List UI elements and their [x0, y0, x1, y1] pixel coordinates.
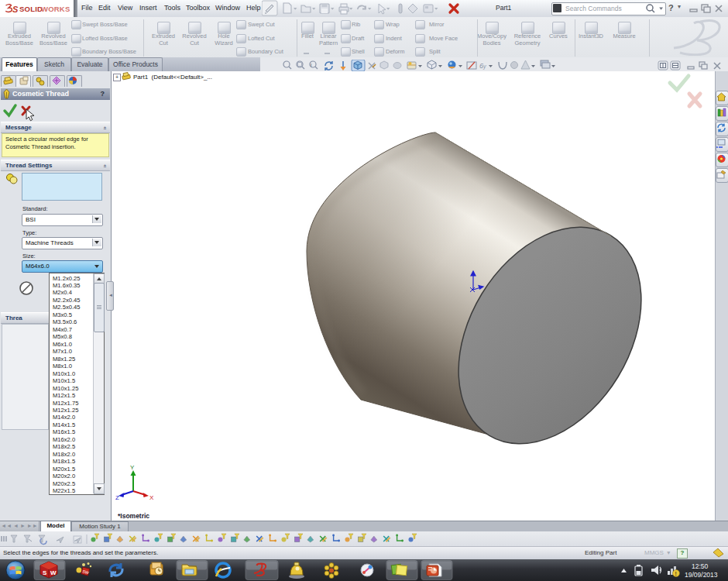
svg-text:*Isometric: *Isometric	[118, 512, 149, 520]
svg-text:W: W	[50, 569, 57, 576]
svg-text:!: !	[675, 571, 677, 576]
svg-text:19/09/2013: 19/09/2013	[685, 571, 718, 579]
svg-text:WORKS: WORKS	[41, 5, 70, 13]
svg-text:12:50: 12:50	[692, 562, 709, 570]
svg-text:Z: Z	[115, 494, 119, 501]
svg-text:6y: 6y	[479, 62, 486, 70]
svg-text:SOLID: SOLID	[19, 5, 43, 13]
svg-text:S: S	[43, 569, 47, 576]
svg-text:S: S	[12, 5, 19, 14]
svg-text:X: X	[149, 494, 154, 501]
svg-text:Y: Y	[130, 464, 135, 471]
svg-text:I: I	[311, 63, 312, 67]
